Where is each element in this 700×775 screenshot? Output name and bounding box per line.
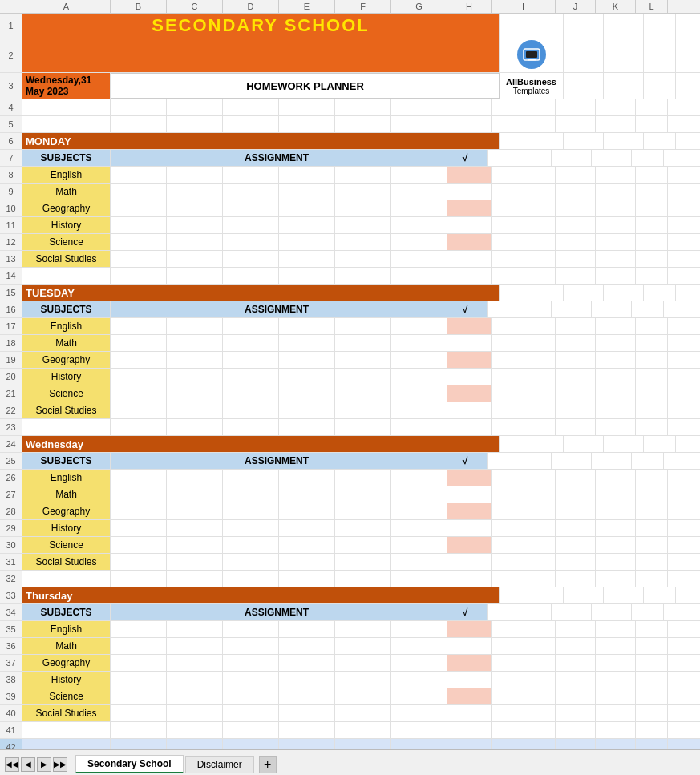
row-27: 27 Math (0, 486, 700, 503)
row-36: 36 Math (0, 638, 700, 655)
tab-nav-first[interactable]: ◀◀ (5, 757, 19, 772)
cell-l3 (644, 73, 676, 99)
row-37: 37 Geography (0, 655, 700, 672)
row-18: 18 Math (0, 335, 700, 352)
row2-spacer (22, 38, 500, 72)
column-headers: A B C D E F G H I J K L (0, 0, 700, 14)
svg-rect-3 (528, 59, 536, 61)
cell-h4 (447, 99, 492, 115)
row-38: 38 History (0, 672, 700, 688)
cell-a4 (22, 99, 111, 115)
cell-d4 (223, 99, 279, 115)
cell-k2 (604, 38, 644, 72)
cell-j1 (564, 14, 604, 38)
col-header-i: I (492, 0, 556, 13)
subjects-label-tuesday: SUBJECTS (22, 301, 111, 317)
row-13: 13 Social Studies (0, 251, 700, 268)
col-header-a: A (22, 0, 111, 13)
row-3: 3 Wednesday,31 May 2023 HOMEWORK PLANNER… (0, 73, 700, 99)
monday-header: MONDAY (22, 133, 500, 149)
assignment-label-monday: ASSIGNMENT (111, 150, 443, 166)
row-5: 5 (0, 116, 700, 133)
row-2: 2 (0, 38, 700, 73)
row-6-monday: 6 MONDAY (0, 133, 700, 150)
check-header-tuesday: √ (443, 301, 488, 317)
title-cell: SECONDARY SCHOOL (22, 14, 500, 38)
logo-icon (517, 40, 546, 69)
row-33-thursday: 33 Thursday (0, 587, 700, 604)
cell-l1 (644, 14, 676, 38)
col-header-f: F (335, 0, 391, 13)
tuesday-header: TUESDAY (22, 285, 500, 301)
row-30: 30 Science (0, 537, 700, 554)
monday-english: English (22, 167, 111, 183)
assignment-label-tuesday: ASSIGNMENT (111, 301, 443, 317)
row-34-header: 34 SUBJECTS ASSIGNMENT √ (0, 604, 700, 621)
row-24-wednesday: 24 Wednesday (0, 436, 700, 453)
row-7-header: 7 SUBJECTS ASSIGNMENT √ (0, 150, 700, 167)
tab-disclaimer[interactable]: Disclaimer (185, 756, 254, 773)
row-16-header: 16 SUBJECTS ASSIGNMENT √ (0, 301, 700, 318)
logo-text: AllBusiness Templates (500, 73, 564, 99)
row-39: 39 Science (0, 688, 700, 705)
cell-k4 (596, 99, 636, 115)
row-31: 31 Social Studies (0, 554, 700, 571)
row-29: 29 History (0, 520, 700, 537)
tab-nav-prev[interactable]: ◀ (21, 757, 35, 772)
logo-area (500, 14, 564, 38)
row-35: 35 English (0, 621, 700, 638)
subjects-label-thu: SUBJECTS (22, 604, 111, 620)
thursday-header: Thursday (22, 587, 500, 603)
row-15-tuesday: 15 TUESDAY (0, 285, 700, 301)
subjects-label-wed: SUBJECTS (22, 453, 111, 469)
cell-b4 (111, 99, 167, 115)
date-cell: Wednesday,31 May 2023 (22, 73, 111, 99)
homework-planner-label: HOMEWORK PLANNER (111, 73, 500, 99)
col-header-b: B (111, 0, 167, 13)
col-header-h: H (447, 0, 492, 13)
cell-j3 (564, 73, 604, 99)
assignment-label-thu: ASSIGNMENT (111, 604, 443, 620)
row-17: 17 English (0, 318, 700, 335)
col-header-g: G (391, 0, 447, 13)
row-8: 8 English (0, 167, 700, 184)
logo-cell (500, 38, 564, 72)
row-4: 4 (0, 99, 700, 116)
cell-k1 (604, 14, 644, 38)
col-header-l: L (636, 0, 668, 13)
monday-science: Science (22, 234, 111, 250)
row-22: 22 Social Studies (0, 402, 700, 419)
monday-geo: Geography (22, 200, 111, 216)
col-header-j: J (556, 0, 596, 13)
row-19: 19 Geography (0, 352, 700, 369)
row-41: 41 (0, 722, 700, 739)
cell-l4 (636, 99, 668, 115)
cell-j2 (564, 38, 604, 72)
subjects-label-monday: SUBJECTS (22, 150, 111, 166)
tab-bar: ◀◀ ◀ ▶ ▶▶ Secondary School Disclaimer + (0, 749, 700, 775)
cell-e4 (279, 99, 335, 115)
monday-history: History (22, 217, 111, 233)
check-header-thu: √ (443, 604, 488, 620)
svg-rect-1 (526, 51, 537, 58)
col-header-k: K (596, 0, 636, 13)
cell-i4 (492, 99, 556, 115)
row-40: 40 Social Studies (0, 705, 700, 722)
tab-nav-last[interactable]: ▶▶ (53, 757, 67, 772)
check-header-monday: √ (443, 150, 488, 166)
row-26: 26 English (0, 470, 700, 486)
monday-math: Math (22, 184, 111, 200)
cell-l2 (644, 38, 676, 72)
spreadsheet-body: 1 SECONDARY SCHOOL 2 (0, 14, 700, 749)
row-25-header: 25 SUBJECTS ASSIGNMENT √ (0, 453, 700, 470)
cell-k3 (604, 73, 644, 99)
check-header-wed: √ (443, 453, 488, 469)
col-header-d: D (223, 0, 279, 13)
add-tab-button[interactable]: + (259, 756, 277, 773)
tab-secondary-school[interactable]: Secondary School (75, 755, 184, 773)
row-42: 42 (0, 739, 700, 749)
tab-nav-next[interactable]: ▶ (37, 757, 51, 772)
row-23: 23 (0, 419, 700, 436)
cell-c4 (167, 99, 223, 115)
check-monday-english (447, 167, 492, 183)
